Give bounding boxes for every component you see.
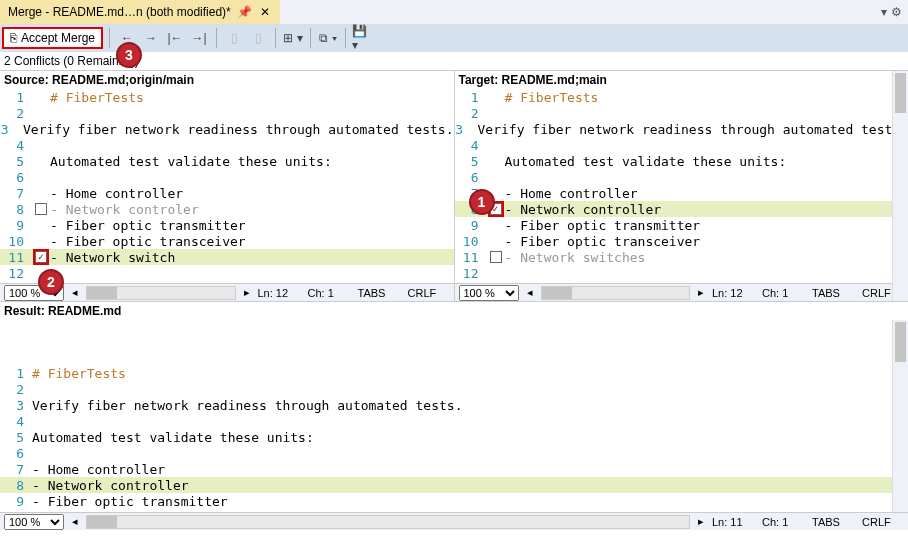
code-line: 4 bbox=[0, 137, 454, 153]
code-line: 11- Network switch bbox=[0, 249, 454, 265]
code-text: - Fiber optic transceiver bbox=[32, 510, 908, 513]
merge-icon: ⎘ bbox=[10, 31, 17, 45]
compare-button[interactable]: ⧉ ▾ bbox=[317, 27, 339, 49]
line-number: 5 bbox=[0, 154, 32, 169]
line-number: 10 bbox=[0, 510, 32, 513]
target-header: Target: README.md;main bbox=[455, 71, 909, 89]
code-text: - Home controller bbox=[32, 462, 908, 477]
merge-checkbox-cell[interactable] bbox=[32, 251, 50, 263]
merge-checkbox[interactable] bbox=[35, 203, 47, 215]
line-number: 7 bbox=[0, 186, 32, 201]
result-code[interactable]: 1# FiberTests23Verify fiber network read… bbox=[0, 320, 908, 512]
code-line: 10- Fiber optic transceiver bbox=[0, 509, 908, 512]
code-text: - Fiber optic transmitter bbox=[32, 494, 908, 509]
col-indicator: Ch: 1 bbox=[762, 287, 804, 299]
separator bbox=[345, 28, 346, 48]
close-tab-icon[interactable]: ✕ bbox=[258, 5, 272, 19]
code-line: 9- Fiber optic transmitter bbox=[455, 217, 909, 233]
zoom-select[interactable]: 100 % bbox=[4, 514, 64, 530]
line-number: 4 bbox=[0, 414, 32, 429]
scroll-left-icon[interactable]: ◂ bbox=[72, 286, 78, 299]
code-line: 4 bbox=[0, 413, 908, 429]
code-line: 3Verify fiber network readiness through … bbox=[0, 397, 908, 413]
merge-checkbox-cell[interactable] bbox=[32, 203, 50, 215]
layout-button[interactable]: ⊞ ▾ bbox=[282, 27, 304, 49]
prev-diff-button[interactable]: |← bbox=[164, 27, 186, 49]
line-number: 3 bbox=[455, 122, 472, 137]
left-pane-icon[interactable]: ▯ bbox=[223, 27, 245, 49]
zoom-select[interactable]: 100 % bbox=[459, 285, 519, 301]
source-code[interactable]: 1# FiberTests23Verify fiber network read… bbox=[0, 89, 454, 283]
scroll-right-icon[interactable]: ▸ bbox=[698, 286, 704, 299]
document-tab[interactable]: Merge - README.md…n (both modified)* 📌 ✕ bbox=[0, 0, 280, 24]
code-text: # FiberTests bbox=[32, 366, 908, 381]
line-indicator: Ln: 11 bbox=[712, 516, 754, 528]
next-conflict-button[interactable]: → bbox=[140, 27, 162, 49]
code-text: # FiberTests bbox=[50, 90, 454, 105]
line-number: 6 bbox=[0, 446, 32, 461]
line-number: 2 bbox=[455, 106, 487, 121]
v-scrollbar[interactable] bbox=[892, 320, 908, 512]
separator bbox=[310, 28, 311, 48]
code-line: 10- Fiber optic transceiver bbox=[0, 233, 454, 249]
scroll-right-icon[interactable]: ▸ bbox=[698, 515, 704, 528]
code-text: - Home controller bbox=[505, 186, 909, 201]
col-indicator: Ch: 1 bbox=[308, 287, 350, 299]
line-number: 1 bbox=[455, 90, 487, 105]
merge-checkbox[interactable] bbox=[35, 251, 47, 263]
separator bbox=[109, 28, 110, 48]
tabs-indicator[interactable]: TABS bbox=[358, 287, 400, 299]
h-scrollbar[interactable] bbox=[86, 515, 690, 529]
code-line: 2 bbox=[455, 105, 909, 121]
scroll-left-icon[interactable]: ◂ bbox=[72, 515, 78, 528]
code-text: - Fiber optic transmitter bbox=[505, 218, 909, 233]
save-button[interactable]: 💾 ▾ bbox=[352, 27, 374, 49]
source-status: 100 % ◂ ▸ Ln: 12 Ch: 1 TABS CRLF bbox=[0, 283, 454, 301]
code-text: - Network switch bbox=[50, 250, 454, 265]
callout-3: 3 bbox=[116, 42, 142, 68]
code-line: 9- Fiber optic transmitter bbox=[0, 493, 908, 509]
scroll-left-icon[interactable]: ◂ bbox=[527, 286, 533, 299]
target-code[interactable]: 1# FiberTests23Verify fiber network read… bbox=[455, 89, 909, 283]
crlf-indicator[interactable]: CRLF bbox=[408, 287, 450, 299]
line-number: 4 bbox=[0, 138, 32, 153]
merge-checkbox-cell[interactable] bbox=[487, 251, 505, 263]
code-line: 8- Network controler bbox=[0, 201, 454, 217]
code-line: 11- Network switches bbox=[455, 249, 909, 265]
code-text: Automated test validate these units: bbox=[505, 154, 909, 169]
gear-icon[interactable]: ⚙ bbox=[891, 5, 902, 19]
code-line: 1# FiberTests bbox=[455, 89, 909, 105]
line-number: 8 bbox=[0, 202, 32, 217]
line-number: 11 bbox=[455, 250, 487, 265]
tabs-indicator[interactable]: TABS bbox=[812, 287, 854, 299]
tabs-indicator[interactable]: TABS bbox=[812, 516, 854, 528]
result-pane: Result: README.md 1# FiberTests23Verify … bbox=[0, 301, 908, 530]
code-text: Automated test validate these units: bbox=[32, 430, 908, 445]
code-line: 6 bbox=[0, 445, 908, 461]
line-number: 6 bbox=[455, 170, 487, 185]
code-line: 7- Home controller bbox=[0, 461, 908, 477]
right-pane-icon[interactable]: ▯ bbox=[247, 27, 269, 49]
merge-checkbox[interactable] bbox=[490, 251, 502, 263]
code-line: 2 bbox=[0, 381, 908, 397]
code-text: - Network controller bbox=[505, 202, 909, 217]
h-scrollbar[interactable] bbox=[86, 286, 236, 300]
dropdown-icon[interactable]: ▾ bbox=[881, 5, 887, 19]
scroll-right-icon[interactable]: ▸ bbox=[244, 286, 250, 299]
separator bbox=[216, 28, 217, 48]
next-diff-button[interactable]: →| bbox=[188, 27, 210, 49]
code-line: 7- Home controller bbox=[455, 185, 909, 201]
target-pane: Target: README.md;main 1# FiberTests23Ve… bbox=[455, 71, 909, 301]
result-header: Result: README.md bbox=[0, 302, 908, 320]
v-scrollbar[interactable] bbox=[892, 71, 908, 301]
line-number: 2 bbox=[0, 382, 32, 397]
accept-merge-button[interactable]: ⎘ Accept Merge bbox=[2, 27, 103, 49]
pin-icon[interactable]: 📌 bbox=[237, 5, 252, 19]
h-scrollbar[interactable] bbox=[541, 286, 691, 300]
callout-1: 1 bbox=[469, 189, 495, 215]
crlf-indicator[interactable]: CRLF bbox=[862, 516, 904, 528]
line-number: 2 bbox=[0, 106, 32, 121]
code-line: 5Automated test validate these units: bbox=[0, 153, 454, 169]
code-text: Verify fiber network readiness through a… bbox=[23, 122, 453, 137]
line-indicator: Ln: 12 bbox=[258, 287, 300, 299]
